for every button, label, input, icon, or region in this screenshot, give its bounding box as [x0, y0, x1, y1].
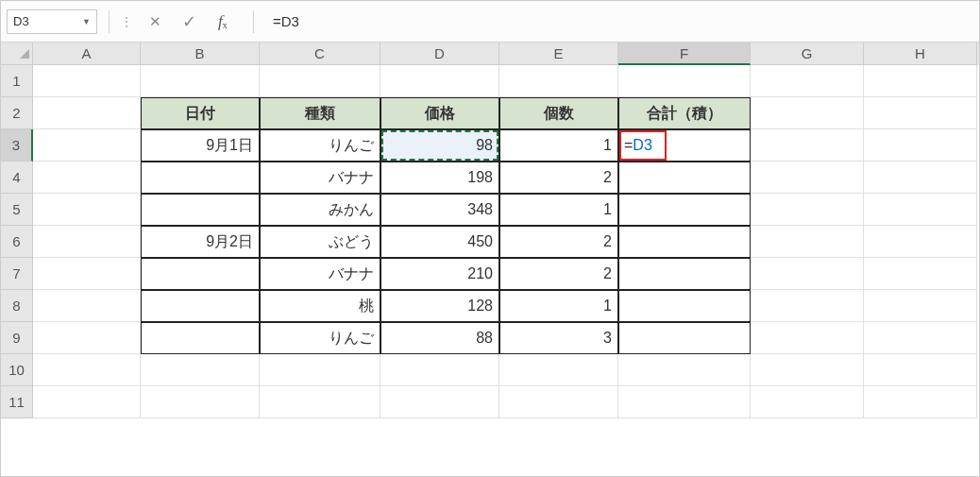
- column-header-h[interactable]: H: [864, 43, 977, 65]
- cell-A6[interactable]: [33, 226, 141, 258]
- cell-H4[interactable]: [864, 162, 977, 194]
- row-header-10[interactable]: 10: [1, 354, 33, 386]
- cell-F4[interactable]: [618, 162, 751, 194]
- cell-E8[interactable]: 1: [499, 290, 618, 322]
- cell-F6[interactable]: [618, 226, 751, 258]
- cancel-icon[interactable]: ✕: [145, 13, 164, 30]
- cell-D2[interactable]: 価格: [380, 97, 499, 129]
- cell-F5[interactable]: [618, 194, 751, 226]
- cell-H10[interactable]: [864, 354, 977, 386]
- cell-H7[interactable]: [864, 258, 977, 290]
- cell-B11[interactable]: [141, 386, 260, 418]
- row-header-8[interactable]: 8: [1, 290, 33, 322]
- row-header-3[interactable]: 3: [1, 129, 33, 162]
- cell-A11[interactable]: [33, 386, 141, 418]
- cell-G8[interactable]: [751, 290, 864, 322]
- cell-D10[interactable]: [380, 354, 499, 386]
- cell-E6[interactable]: 2: [499, 226, 618, 258]
- cell-C2[interactable]: 種類: [260, 97, 380, 129]
- cell-A4[interactable]: [33, 162, 141, 194]
- row-header-11[interactable]: 11: [1, 386, 33, 418]
- cell-E11[interactable]: [499, 386, 618, 418]
- cell-F3[interactable]: =D3: [618, 129, 751, 162]
- cell-H8[interactable]: [864, 290, 977, 322]
- cell-B7[interactable]: [141, 258, 260, 290]
- cell-B10[interactable]: [141, 354, 260, 386]
- cell-A2[interactable]: [33, 97, 141, 129]
- cell-D6[interactable]: 450: [380, 226, 499, 258]
- fx-icon[interactable]: fx: [213, 12, 232, 31]
- cell-G11[interactable]: [751, 386, 864, 418]
- row-header-1[interactable]: 1: [1, 65, 33, 97]
- row-header-5[interactable]: 5: [1, 194, 33, 226]
- cell-F11[interactable]: [618, 386, 751, 418]
- column-header-b[interactable]: B: [141, 43, 260, 65]
- cell-D8[interactable]: 128: [380, 290, 499, 322]
- cell-C11[interactable]: [260, 386, 380, 418]
- cell-D9[interactable]: 88: [380, 322, 499, 354]
- column-header-f[interactable]: F: [618, 43, 751, 65]
- cell-E9[interactable]: 3: [499, 322, 618, 354]
- cell-B9[interactable]: [141, 322, 260, 354]
- cell-B2[interactable]: 日付: [141, 97, 260, 129]
- cell-C10[interactable]: [260, 354, 380, 386]
- cell-G4[interactable]: [751, 162, 864, 194]
- cell-G2[interactable]: [751, 97, 864, 129]
- enter-icon[interactable]: ✓: [179, 11, 198, 32]
- row-header-6[interactable]: 6: [1, 226, 33, 258]
- cell-E4[interactable]: 2: [499, 162, 618, 194]
- column-header-e[interactable]: E: [499, 43, 618, 65]
- cell-H2[interactable]: [864, 97, 977, 129]
- cell-F2[interactable]: 合計（積）: [618, 97, 751, 129]
- cell-B3[interactable]: 9月1日: [141, 129, 260, 162]
- row-header-2[interactable]: 2: [1, 97, 33, 129]
- cell-F1[interactable]: [618, 65, 751, 97]
- cell-D5[interactable]: 348: [380, 194, 499, 226]
- column-header-a[interactable]: A: [33, 43, 141, 65]
- row-header-7[interactable]: 7: [1, 258, 33, 290]
- cell-A3[interactable]: [33, 129, 141, 162]
- cell-E3[interactable]: 1: [499, 129, 618, 162]
- cell-F8[interactable]: [618, 290, 751, 322]
- cell-G9[interactable]: [751, 322, 864, 354]
- cell-editor[interactable]: =D3: [620, 131, 749, 160]
- cell-E5[interactable]: 1: [499, 194, 618, 226]
- cell-D3[interactable]: 98: [380, 129, 499, 162]
- column-header-d[interactable]: D: [380, 43, 499, 65]
- cell-B6[interactable]: 9月2日: [141, 226, 260, 258]
- row-header-4[interactable]: 4: [1, 162, 33, 194]
- column-header-g[interactable]: G: [751, 43, 864, 65]
- cell-C8[interactable]: 桃: [260, 290, 380, 322]
- cell-H3[interactable]: [864, 129, 977, 162]
- cell-E1[interactable]: [499, 65, 618, 97]
- select-all-corner[interactable]: [1, 43, 33, 65]
- cell-F10[interactable]: [618, 354, 751, 386]
- cell-C3[interactable]: りんご: [260, 129, 380, 162]
- column-header-c[interactable]: C: [260, 43, 380, 65]
- cell-D4[interactable]: 198: [380, 162, 499, 194]
- cell-B4[interactable]: [141, 162, 260, 194]
- cell-H5[interactable]: [864, 194, 977, 226]
- cell-G5[interactable]: [751, 194, 864, 226]
- cell-D11[interactable]: [380, 386, 499, 418]
- cell-C7[interactable]: バナナ: [260, 258, 380, 290]
- cell-C5[interactable]: みかん: [260, 194, 380, 226]
- cell-H1[interactable]: [864, 65, 977, 97]
- cell-G6[interactable]: [751, 226, 864, 258]
- cell-G7[interactable]: [751, 258, 864, 290]
- formula-input[interactable]: =D3: [265, 9, 973, 34]
- cell-B1[interactable]: [141, 65, 260, 97]
- cell-C4[interactable]: バナナ: [260, 162, 380, 194]
- cell-G1[interactable]: [751, 65, 864, 97]
- cell-B8[interactable]: [141, 290, 260, 322]
- cell-A8[interactable]: [33, 290, 141, 322]
- cell-E2[interactable]: 個数: [499, 97, 618, 129]
- cell-A9[interactable]: [33, 322, 141, 354]
- cell-H6[interactable]: [864, 226, 977, 258]
- cell-E10[interactable]: [499, 354, 618, 386]
- name-box[interactable]: D3 ▼: [7, 9, 97, 34]
- cell-G10[interactable]: [751, 354, 864, 386]
- cell-A1[interactable]: [33, 65, 141, 97]
- cell-A5[interactable]: [33, 194, 141, 226]
- cell-D7[interactable]: 210: [380, 258, 499, 290]
